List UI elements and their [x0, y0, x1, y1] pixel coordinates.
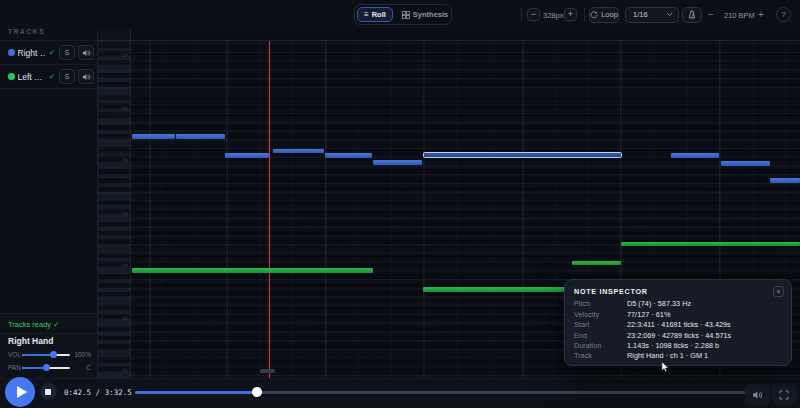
stop-button[interactable]	[40, 383, 57, 400]
key-label: C1	[122, 369, 127, 373]
note-inspector: NOTE INSPECTOR × PitchD5 (74) · 587.33 H…	[564, 279, 792, 366]
midi-note[interactable]	[176, 134, 225, 139]
midi-note[interactable]	[572, 261, 621, 266]
track-ready-check-icon: ✓	[49, 72, 55, 81]
zoom-value: 328px	[543, 11, 563, 20]
grid-division-value: 1/16	[633, 10, 648, 19]
piano-keys[interactable]: C7C6C5C4C3C2C1	[98, 41, 131, 378]
track-name: Right …	[18, 48, 46, 58]
loop-icon	[590, 11, 598, 19]
timeline-ruler[interactable]	[131, 29, 800, 41]
selected-track-name: Right Hand	[8, 336, 53, 346]
tab-roll[interactable]: ≡Roll	[357, 7, 393, 22]
tab-roll-label: Roll	[372, 10, 386, 19]
volume-row: VOL 100%	[0, 348, 97, 360]
midi-note[interactable]	[273, 149, 324, 154]
midi-note[interactable]	[132, 268, 373, 273]
track-row-left-hand[interactable]: Left … ✓ S	[0, 65, 97, 88]
volume-icon	[752, 390, 763, 400]
midi-note[interactable]	[621, 242, 800, 247]
loop-button[interactable]: Loop	[589, 7, 619, 23]
seek-thumb[interactable]	[252, 387, 262, 397]
tab-synthesis-label: Synthesis	[413, 10, 448, 19]
track-color-dot	[8, 49, 15, 56]
inspector-row-velocity: Velocity77/127 · 61%	[574, 309, 782, 319]
track-ready-check-icon: ✓	[49, 48, 55, 57]
volume-slider[interactable]	[22, 354, 70, 357]
chevron-down-icon	[666, 12, 673, 17]
selected-track-panel: Tracks ready ✓ Right Hand VOL 100% PAN C	[0, 313, 97, 378]
midi-note[interactable]	[671, 153, 719, 158]
solo-button[interactable]: S	[59, 69, 75, 84]
volume-label: VOL	[8, 351, 21, 358]
play-button[interactable]	[5, 377, 35, 407]
piano-roll-app: ≡Roll Synthesis − 328px + Loop 1/16 − 21…	[0, 0, 800, 408]
pan-label: PAN	[8, 364, 21, 371]
scrollbar-thumb[interactable]	[260, 369, 276, 374]
metronome-button[interactable]	[682, 7, 703, 23]
pan-slider[interactable]	[22, 367, 70, 370]
midi-note[interactable]	[225, 153, 269, 158]
pan-row: PAN C	[0, 361, 97, 373]
time-display: 0:42.5 / 3:32.5	[64, 388, 132, 397]
metronome-icon	[687, 10, 696, 19]
mouse-cursor	[661, 361, 671, 374]
note-inspector-title: NOTE INSPECTOR	[574, 287, 648, 296]
tab-synthesis[interactable]: Synthesis	[395, 7, 455, 22]
zoom-out-button[interactable]: −	[527, 8, 540, 21]
pan-value: C	[86, 364, 91, 371]
mute-button[interactable]	[78, 69, 94, 84]
seek-slider[interactable]	[135, 391, 745, 394]
key-label: C4	[122, 212, 127, 216]
speaker-icon	[82, 73, 91, 81]
fullscreen-button[interactable]	[772, 384, 797, 405]
midi-note[interactable]	[721, 161, 770, 166]
toolbar-divider	[584, 8, 585, 21]
view-toggle: ≡Roll Synthesis	[354, 4, 452, 25]
midi-note[interactable]	[132, 134, 176, 139]
key-label: C2	[122, 317, 127, 321]
stop-icon	[45, 389, 51, 395]
tempo-increase-button[interactable]: +	[758, 9, 764, 20]
speaker-icon	[82, 49, 91, 57]
divider	[0, 333, 97, 334]
tracks-header: TRACKS	[8, 28, 45, 35]
divider	[0, 88, 98, 89]
ruler-corner	[98, 29, 131, 41]
inspector-row-start: Start22:3:411 · 41691 ticks · 43.429s	[574, 319, 782, 329]
midi-note[interactable]	[373, 160, 422, 165]
tempo-value: 210 BPM	[724, 11, 755, 20]
close-icon[interactable]: ×	[773, 286, 784, 297]
toolbar: ≡Roll Synthesis − 328px + Loop 1/16 − 21…	[0, 0, 800, 29]
key-label: C6	[122, 107, 127, 111]
play-icon	[17, 386, 27, 398]
transport-bar: 0:42.5 / 3:32.5	[0, 378, 800, 408]
key-label: C3	[122, 264, 127, 268]
key-label: C5	[122, 159, 127, 163]
tracks-ready-status: Tracks ready ✓	[8, 320, 59, 329]
help-button[interactable]: ?	[776, 7, 791, 22]
tempo-decrease-button[interactable]: −	[708, 9, 714, 20]
inspector-row-duration: Duration1.143s · 1098 ticks · 2.288 b	[574, 340, 782, 350]
mute-button[interactable]	[78, 45, 94, 60]
zoom-in-button[interactable]: +	[564, 8, 577, 21]
midi-note[interactable]	[325, 153, 372, 158]
key-label: C7	[122, 54, 127, 58]
solo-button[interactable]: S	[59, 45, 75, 60]
tracks-sidebar: TRACKS Right … ✓ S Left … ✓ S Tracks rea…	[0, 29, 98, 378]
playhead[interactable]	[269, 41, 270, 378]
inspector-row-pitch: PitchD5 (74) · 587.33 Hz	[574, 299, 782, 309]
note-inspector-rows: PitchD5 (74) · 587.33 Hz Velocity77/127 …	[574, 299, 782, 362]
fullscreen-icon	[779, 390, 789, 400]
volume-value: 100%	[74, 351, 91, 358]
grid-division-select[interactable]: 1/16	[625, 7, 679, 23]
loop-label: Loop	[601, 10, 618, 19]
synthesis-icon	[402, 11, 410, 19]
midi-note[interactable]	[770, 178, 800, 183]
roll-icon: ≡	[364, 11, 369, 19]
track-row-right-hand[interactable]: Right … ✓ S	[0, 41, 97, 64]
track-name: Left …	[18, 72, 46, 82]
midi-note-selected[interactable]	[423, 152, 622, 158]
toolbar-divider	[521, 8, 522, 21]
volume-button[interactable]	[745, 384, 770, 405]
